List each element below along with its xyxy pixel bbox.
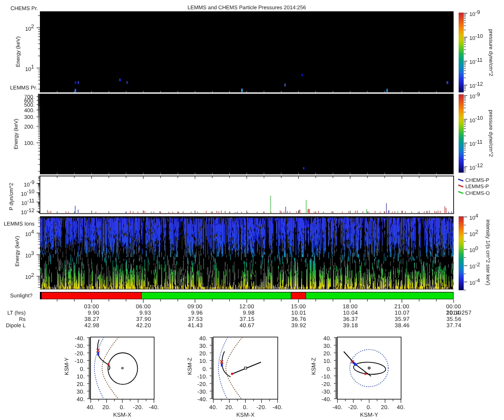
svg-text:200.: 200. [24,123,34,130]
svg-text:06:00: 06:00 [136,303,151,310]
svg-text:30.: 30. [199,343,207,349]
svg-text:9.98: 9.98 [243,310,255,316]
svg-text:-40.: -40. [75,335,85,341]
svg-text:35.97: 35.97 [395,316,410,322]
svg-text:40.: 40. [323,335,332,341]
svg-text:10.01: 10.01 [291,310,307,316]
svg-text:-10.: -10. [197,373,207,380]
svg-text:9.90: 9.90 [88,310,100,316]
svg-text:100.: 100. [24,140,34,146]
svg-text:40.: 40. [209,404,218,410]
svg-text:37.74: 37.74 [446,322,462,328]
svg-text:-30.: -30. [197,388,207,395]
svg-text:09:00: 09:00 [188,303,203,310]
svg-text:-20.: -20. [75,350,85,357]
svg-text:00:00: 00:00 [446,303,461,310]
svg-text:9.93: 9.93 [139,310,151,316]
svg-text:30.: 30. [76,388,85,395]
svg-text:-20.: -20. [348,404,358,410]
svg-text:LEMMS and CHEMS Particle Press: LEMMS and CHEMS Particle Pressures 2014:… [187,5,306,10]
svg-text:15:00: 15:00 [291,303,306,310]
svg-text:10.: 10. [199,358,207,364]
svg-text:10.: 10. [76,373,85,380]
svg-text:-40.: -40. [149,404,159,410]
svg-text:-40.: -40. [273,404,283,410]
svg-text:42.20: 42.20 [136,322,151,328]
svg-text:40.: 40. [87,404,95,410]
svg-text:18:00: 18:00 [343,303,358,310]
svg-text:39.92: 39.92 [291,322,307,328]
svg-text:40.67: 40.67 [239,322,255,328]
svg-text:LT (hrs): LT (hrs) [7,310,26,316]
svg-text:KSM-X: KSM-X [113,412,131,418]
svg-text:Sunlight?: Sunlight? [10,292,32,299]
svg-text:-20.: -20. [197,381,207,387]
svg-text:-10.: -10. [321,373,331,380]
svg-text:Energy (keV): Energy (keV) [14,236,20,267]
svg-text:20.: 20. [76,381,85,387]
svg-text:37.90: 37.90 [136,316,151,322]
svg-text:LEMMS Pr.: LEMMS Pr. [10,84,37,91]
svg-text:37.15: 37.15 [239,316,255,322]
svg-text:-40.: -40. [197,396,207,402]
svg-text:42.98: 42.98 [84,322,100,328]
svg-text:12:00: 12:00 [239,303,255,310]
svg-text:41.43: 41.43 [188,322,203,328]
svg-text:LEMMS-P: LEMMS-P [465,184,489,189]
svg-text:-30.: -30. [75,343,85,349]
svg-text:-40.: -40. [321,396,331,402]
svg-text:20.: 20. [102,404,111,410]
svg-text:36.76: 36.76 [291,316,307,322]
svg-text:-10.: -10. [75,358,85,364]
svg-text:30.: 30. [323,343,332,349]
svg-text:KSM-Y: KSM-Y [360,412,378,418]
svg-text:LEMMS Ions: LEMMS Ions [4,220,34,227]
svg-text:-30.: -30. [321,388,331,395]
svg-text:20.: 20. [199,350,207,357]
svg-text:0.: 0. [367,404,372,410]
svg-text:300.: 300. [24,114,34,120]
svg-text:0.: 0. [327,366,332,372]
svg-text:9.96: 9.96 [191,310,203,316]
svg-text:10.04: 10.04 [343,310,358,316]
svg-text:-40.: -40. [332,404,342,410]
svg-text:pressure dyne/cm^2: pressure dyne/cm^2 [488,110,494,157]
svg-text:CHEMS-O: CHEMS-O [465,190,490,196]
svg-text:pressure dyne/cm^2: pressure dyne/cm^2 [488,29,494,76]
svg-text:Dipole L: Dipole L [6,322,26,328]
svg-text:03:00: 03:00 [84,303,99,310]
svg-text:CHEMS-P: CHEMS-P [465,177,489,183]
svg-text:Energy (keV): Energy (keV) [13,119,19,150]
svg-text:40.: 40. [199,335,207,341]
svg-text:0.: 0. [202,366,207,372]
svg-text:-20.: -20. [256,404,266,410]
svg-text:KSM-Z: KSM-Z [310,357,317,375]
svg-text:10.: 10. [323,358,332,364]
svg-text:20.: 20. [225,404,234,410]
svg-text:-20.: -20. [321,381,331,387]
svg-text:39.18: 39.18 [343,322,358,328]
svg-text:38.27: 38.27 [84,316,100,322]
svg-text:KSM-Z: KSM-Z [186,357,193,375]
svg-text:CHEMS Pr.: CHEMS Pr. [10,5,38,11]
svg-text:40.: 40. [76,396,85,402]
svg-text:0.: 0. [80,366,85,372]
svg-text:20.: 20. [323,350,332,357]
svg-text:38.46: 38.46 [395,322,410,328]
svg-text:intensity 1/(s cm^2 ster keV): intensity 1/(s cm^2 ster keV) [485,220,491,286]
svg-text:10.07: 10.07 [395,310,410,316]
svg-text:36.37: 36.37 [343,316,358,322]
svg-text:2014-257: 2014-257 [446,310,472,316]
svg-text:700.: 700. [24,94,34,100]
svg-text:-20.: -20. [133,404,143,410]
svg-text:21:00: 21:00 [394,303,410,310]
svg-text:40.: 40. [397,404,405,410]
svg-text:20.: 20. [381,404,389,410]
svg-text:37.53: 37.53 [188,316,203,322]
svg-text:0.: 0. [120,404,125,410]
svg-text:KSM-Y: KSM-Y [63,357,70,375]
svg-text:0.: 0. [243,404,248,410]
svg-text:P dyn/cm^2: P dyn/cm^2 [8,183,14,210]
svg-text:Rs: Rs [19,316,26,322]
svg-text:Energy (keV): Energy (keV) [15,37,21,67]
